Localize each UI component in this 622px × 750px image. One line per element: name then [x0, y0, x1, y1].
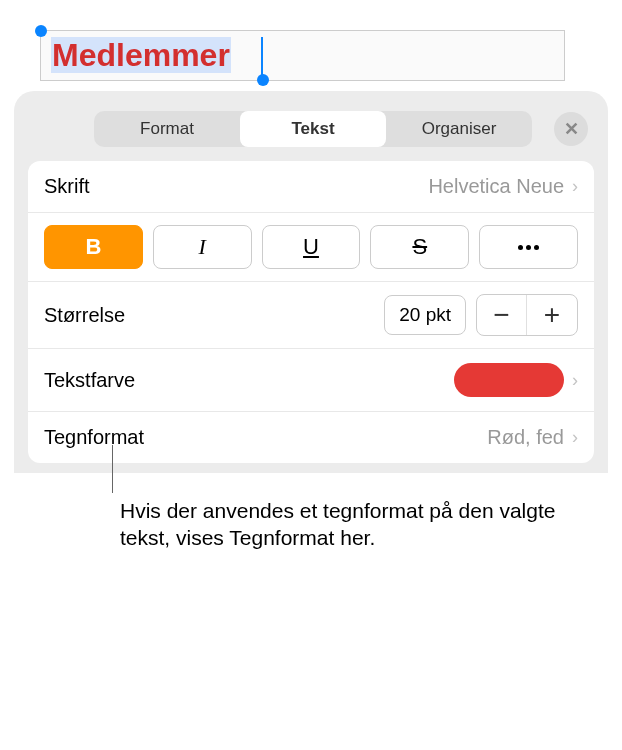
minus-icon: − — [493, 299, 509, 331]
text-color-row[interactable]: Tekstfarve › — [28, 349, 594, 412]
close-icon: ✕ — [564, 118, 579, 140]
selected-text[interactable]: Medlemmer — [51, 37, 231, 73]
callout-pointer-line — [112, 445, 113, 493]
size-row: Størrelse 20 pkt − + — [28, 282, 594, 349]
callout: Hvis der anvendes et tegnformat på den v… — [120, 497, 572, 552]
selection-handle-top[interactable] — [35, 25, 47, 37]
text-cursor — [261, 37, 263, 75]
callout-text: Hvis der anvendes et tegnformat på den v… — [120, 497, 572, 552]
chevron-right-icon: › — [572, 370, 578, 391]
chevron-right-icon: › — [572, 176, 578, 197]
size-label: Størrelse — [44, 304, 125, 327]
chevron-right-icon: › — [572, 427, 578, 448]
size-decrease-button[interactable]: − — [477, 295, 527, 335]
font-value: Helvetica Neue — [428, 175, 564, 198]
underline-button[interactable]: U — [262, 225, 361, 269]
selection-handle-bottom[interactable] — [257, 74, 269, 86]
color-swatch[interactable] — [454, 363, 564, 397]
font-label: Skrift — [44, 175, 90, 198]
strikethrough-button[interactable]: S — [370, 225, 469, 269]
text-box[interactable]: Medlemmer — [40, 30, 565, 81]
close-button[interactable]: ✕ — [554, 112, 588, 146]
panel-body: Skrift Helvetica Neue › B I U S Størrels… — [28, 161, 594, 463]
size-value[interactable]: 20 pkt — [384, 295, 466, 335]
character-style-value: Rød, fed — [487, 426, 564, 449]
text-style-row: B I U S — [28, 213, 594, 282]
character-style-label: Tegnformat — [44, 426, 144, 449]
font-row[interactable]: Skrift Helvetica Neue › — [28, 161, 594, 213]
size-increase-button[interactable]: + — [527, 295, 577, 335]
plus-icon: + — [544, 299, 560, 331]
bold-button[interactable]: B — [44, 225, 143, 269]
more-options-button[interactable] — [479, 225, 578, 269]
size-stepper: − + — [476, 294, 578, 336]
italic-button[interactable]: I — [153, 225, 252, 269]
canvas-area: Medlemmer — [0, 0, 622, 91]
tab-segmented-control: Format Tekst Organiser — [94, 111, 532, 147]
tab-organiser[interactable]: Organiser — [386, 111, 532, 147]
tab-tekst[interactable]: Tekst — [240, 111, 386, 147]
tab-format[interactable]: Format — [94, 111, 240, 147]
panel-header: Format Tekst Organiser ✕ — [14, 91, 608, 161]
ellipsis-icon — [518, 245, 539, 250]
inspector-panel: Format Tekst Organiser ✕ Skrift Helvetic… — [14, 91, 608, 473]
text-color-label: Tekstfarve — [44, 369, 135, 392]
